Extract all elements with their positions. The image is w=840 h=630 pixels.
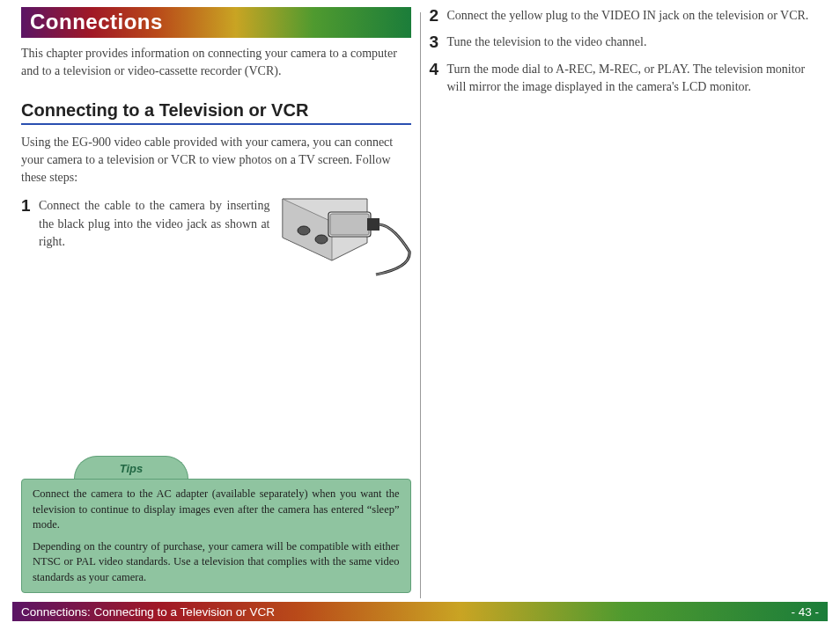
- left-column: Connections This chapter provides inform…: [12, 0, 420, 598]
- section-intro: Using the EG-900 video cable provided wi…: [21, 134, 411, 187]
- tips-box: Tips Connect the camera to the AC adapte…: [21, 456, 411, 593]
- step-text: Connect the cable to the camera by inser…: [39, 197, 270, 251]
- footer-breadcrumb: Connections: Connecting to a Television …: [21, 605, 275, 619]
- tips-paragraph: Connect the camera to the AC adapter (av…: [33, 487, 400, 533]
- footer-bar: Connections: Connecting to a Television …: [12, 602, 828, 621]
- svg-point-2: [298, 226, 310, 235]
- tips-body: Connect the camera to the AC adapter (av…: [21, 479, 411, 593]
- svg-point-3: [315, 235, 328, 244]
- step-number: 2: [430, 7, 442, 24]
- page-body: Connections This chapter provides inform…: [0, 0, 840, 598]
- svg-rect-6: [367, 218, 379, 231]
- video-jack-illustration: [279, 197, 411, 276]
- step-number: 3: [430, 33, 442, 50]
- step-2: 2 Connect the yellow plug to the VIDEO I…: [430, 7, 820, 25]
- right-column: 2 Connect the yellow plug to the VIDEO I…: [421, 0, 829, 598]
- step-number: 1: [21, 197, 33, 214]
- step-text: Turn the mode dial to A-REC, M-REC, or P…: [447, 61, 820, 97]
- step-4: 4 Turn the mode dial to A-REC, M-REC, or…: [430, 61, 820, 97]
- step-text: Connect the yellow plug to the VIDEO IN …: [447, 7, 820, 25]
- section-heading: Connecting to a Television or VCR: [21, 100, 411, 125]
- step-3: 3 Tune the television to the video chann…: [430, 33, 820, 51]
- chapter-title: Connections: [21, 7, 411, 38]
- step-1: 1 Connect the cable to the camera by ins…: [21, 197, 411, 276]
- footer-page-number: - 43 -: [791, 605, 819, 619]
- tips-paragraph: Depending on the country of purchase, yo…: [33, 539, 400, 586]
- step-text: Tune the television to the video channel…: [447, 33, 820, 51]
- svg-rect-5: [330, 214, 369, 235]
- chapter-intro: This chapter provides information on con…: [21, 45, 411, 81]
- step-number: 4: [430, 61, 442, 77]
- tips-label: Tips: [74, 456, 188, 479]
